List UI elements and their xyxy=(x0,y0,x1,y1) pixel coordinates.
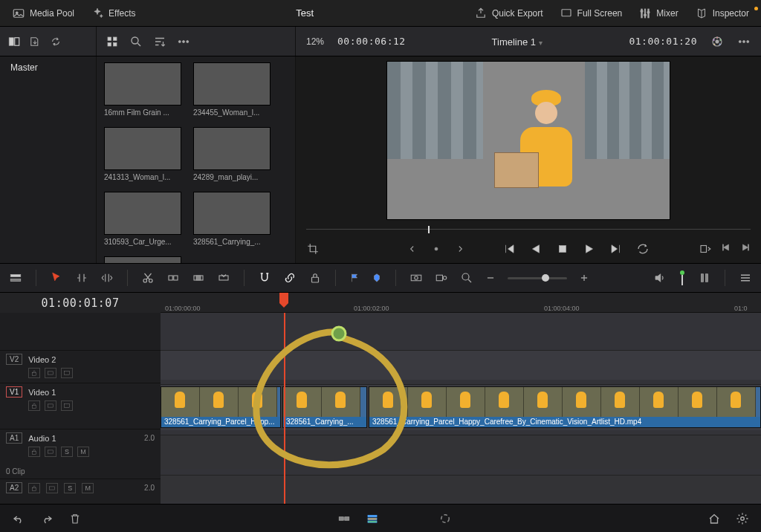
redo-icon[interactable] xyxy=(40,512,54,525)
track-badge-a1[interactable]: A1 xyxy=(6,432,22,444)
media-pool-toggle[interactable]: Media Pool xyxy=(7,4,79,22)
dual-view-icon[interactable] xyxy=(7,35,21,48)
master-bin[interactable]: Master xyxy=(0,56,96,79)
keyframe-icon[interactable] xyxy=(431,244,441,254)
zoom-in-icon[interactable] xyxy=(579,273,589,283)
color-wheel-icon[interactable] xyxy=(710,35,724,48)
track-solo-a1[interactable]: S xyxy=(61,447,73,457)
media-clip[interactable]: 241313_Woman_l... xyxy=(104,127,181,181)
media-clip[interactable]: 16mm Film Grain ... xyxy=(104,62,181,117)
zoom-out-icon[interactable] xyxy=(485,273,496,283)
play-reverse-icon[interactable] xyxy=(529,242,543,256)
next-edit-icon[interactable] xyxy=(740,242,751,253)
snap-icon[interactable] xyxy=(258,271,271,285)
viewer-scrubber[interactable] xyxy=(306,223,751,235)
track-enable-v2[interactable] xyxy=(45,368,56,378)
viewer-options-icon[interactable] xyxy=(737,35,751,48)
link-icon[interactable] xyxy=(283,271,297,285)
loading-icon[interactable] xyxy=(438,512,452,525)
media-clip[interactable]: 234455_Woman_l... xyxy=(193,62,271,117)
track-solo-a2[interactable]: S xyxy=(64,483,76,493)
source-timecode[interactable]: 00:00:06:12 xyxy=(337,36,406,47)
prev-edit-icon[interactable] xyxy=(721,242,731,253)
effects-toggle[interactable]: Effects xyxy=(86,4,140,22)
full-screen-button[interactable]: Full Screen xyxy=(555,4,627,22)
playhead-line[interactable] xyxy=(284,313,285,504)
zoom-slider[interactable] xyxy=(508,277,567,279)
timeline-ruler[interactable]: 01:00:00:00 01:00:02:00 01:00:04:00 01:0 xyxy=(161,293,761,313)
settings-icon[interactable] xyxy=(736,512,749,525)
timeline-tracks-area[interactable]: 328561_Carrying_Parcel_Happ...328561_Car… xyxy=(161,313,761,504)
zoom-custom-icon[interactable] xyxy=(460,271,473,285)
trash-icon[interactable] xyxy=(68,512,82,525)
sort-icon[interactable] xyxy=(153,35,166,48)
import-media-icon[interactable] xyxy=(28,35,42,48)
edit-page-icon[interactable] xyxy=(366,512,379,525)
playhead-handle[interactable] xyxy=(279,293,288,303)
track-lock-v2[interactable] xyxy=(28,368,40,378)
undo-icon[interactable] xyxy=(12,512,25,525)
track-monitor-v1[interactable] xyxy=(61,400,73,411)
flag-icon[interactable] xyxy=(349,273,360,283)
channels-icon[interactable] xyxy=(698,271,711,285)
timeline-menu-icon[interactable] xyxy=(739,271,752,285)
timeline-view-icon[interactable] xyxy=(9,271,22,285)
cut-page-icon[interactable] xyxy=(337,512,351,525)
quick-export-button[interactable]: Quick Export xyxy=(470,4,548,22)
chevron-down-icon[interactable]: ▾ xyxy=(539,39,543,47)
record-timecode[interactable]: 01:00:01:20 xyxy=(629,36,697,47)
search-icon[interactable] xyxy=(129,35,143,48)
track-lock-a1[interactable] xyxy=(28,447,40,457)
crop-icon[interactable] xyxy=(306,242,320,256)
mixer-toggle[interactable]: Mixer xyxy=(634,4,682,22)
zoom-fit-icon[interactable] xyxy=(409,271,423,285)
track-monitor-v2[interactable] xyxy=(61,368,73,378)
viewer-zoom[interactable]: 12% xyxy=(306,36,324,47)
stop-icon[interactable] xyxy=(556,242,569,256)
media-clip[interactable]: 310593_Car_Urge... xyxy=(104,192,181,246)
timeline-name[interactable]: Timeline 1 xyxy=(492,36,536,48)
media-clip[interactable]: 328561_Carrying_... xyxy=(193,192,271,246)
timeline-position-timecode[interactable]: 01:00:01:07 xyxy=(0,293,161,313)
track-mute-a2[interactable]: M xyxy=(82,483,94,493)
media-clip[interactable]: 24289_man_playi... xyxy=(193,127,271,181)
zoom-detail-icon[interactable] xyxy=(435,271,448,285)
loop-icon[interactable] xyxy=(636,242,650,256)
next-keyframe-icon[interactable] xyxy=(455,244,465,254)
viewer-preview[interactable] xyxy=(386,61,670,220)
last-frame-icon[interactable] xyxy=(609,242,623,256)
track-enable-v1[interactable] xyxy=(45,400,56,411)
media-clip[interactable] xyxy=(104,256,181,263)
mute-flag-icon[interactable] xyxy=(679,270,686,285)
sync-bin-icon[interactable] xyxy=(49,35,62,48)
replace-clip-icon[interactable] xyxy=(217,271,230,285)
more-options-icon[interactable] xyxy=(177,35,190,48)
selection-tool-icon[interactable] xyxy=(50,271,63,285)
trim-tool-icon[interactable] xyxy=(75,271,88,285)
inspector-toggle[interactable]: Inspector xyxy=(690,4,754,22)
prev-keyframe-icon[interactable] xyxy=(407,244,418,254)
overwrite-clip-icon[interactable] xyxy=(192,271,205,285)
play-icon[interactable] xyxy=(583,242,596,256)
track-name-a1[interactable]: Audio 1 xyxy=(28,434,56,443)
track-lock-a2[interactable] xyxy=(28,483,40,493)
track-badge-v1[interactable]: V1 xyxy=(6,386,22,398)
timeline-clip[interactable]: 328561_Carrying_... xyxy=(282,386,367,428)
timeline-clip[interactable]: 328561_Carrying_Parcel_Happy_Carefree_By… xyxy=(369,386,761,428)
lock-icon[interactable] xyxy=(308,271,322,285)
track-badge-v2[interactable]: V2 xyxy=(6,354,22,365)
track-lock-v1[interactable] xyxy=(28,400,40,411)
track-badge-a2[interactable]: A2 xyxy=(6,482,22,493)
home-icon[interactable] xyxy=(707,512,721,525)
audio-monitor-icon[interactable] xyxy=(653,271,667,285)
match-frame-icon[interactable] xyxy=(699,242,712,256)
track-mute-a1[interactable]: M xyxy=(77,447,89,457)
insert-clip-icon[interactable] xyxy=(166,271,180,285)
thumbnail-view-icon[interactable] xyxy=(106,35,119,48)
track-name-v1[interactable]: Video 1 xyxy=(28,388,56,397)
blade-tool-icon[interactable] xyxy=(141,271,155,285)
timeline-clip[interactable]: 328561_Carrying_Parcel_Happ... xyxy=(161,386,281,428)
track-name-v2[interactable]: Video 2 xyxy=(28,355,56,364)
track-enable-a2[interactable] xyxy=(46,483,58,493)
first-frame-icon[interactable] xyxy=(502,242,516,256)
